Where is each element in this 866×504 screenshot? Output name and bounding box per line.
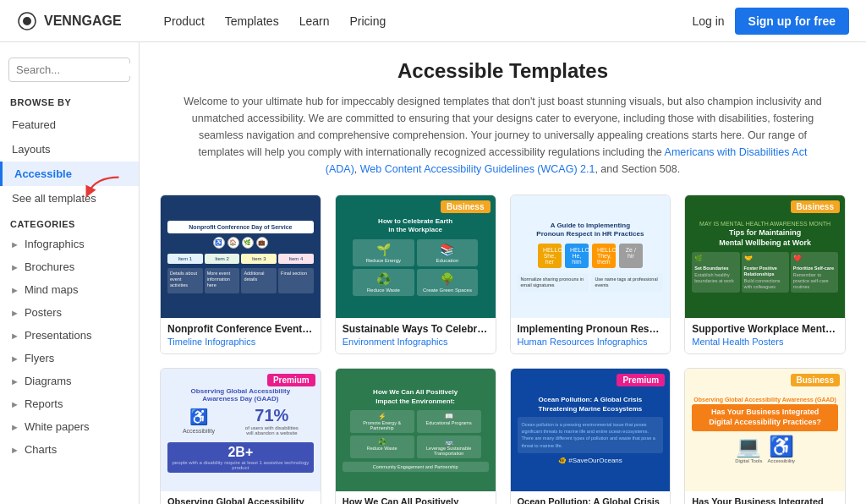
- nav-actions: Log in Sign up for free: [692, 8, 849, 35]
- chevron-right-icon: ►: [10, 445, 19, 455]
- chevron-right-icon: ►: [10, 353, 19, 364]
- chevron-right-icon: ►: [10, 239, 19, 249]
- cat-reports-label: Reports: [25, 397, 63, 410]
- logo[interactable]: VENNGAGE: [17, 11, 122, 31]
- cat-brochures[interactable]: ► Brochures: [0, 255, 139, 278]
- card-5-image: Premium Observing Global AccessibilityAw…: [161, 369, 321, 491]
- cat-posters[interactable]: ► Posters: [0, 301, 139, 324]
- sidebar-item-see-all[interactable]: See all templates: [0, 186, 139, 211]
- logo-icon: [17, 11, 37, 31]
- main-layout: 🔍 BROWSE BY Featured Layouts Accessible …: [0, 42, 866, 504]
- signup-button[interactable]: Sign up for free: [735, 8, 849, 35]
- cat-diagrams-label: Diagrams: [25, 375, 72, 387]
- sidebar-item-layouts[interactable]: Layouts: [0, 137, 139, 162]
- cat-diagrams[interactable]: ► Diagrams: [0, 370, 139, 392]
- cat-white-papers[interactable]: ► White papers: [0, 415, 139, 438]
- cat-reports[interactable]: ► Reports: [0, 392, 139, 415]
- main-content: Accessible Templates Welcome to your ult…: [140, 42, 866, 504]
- cat-white-papers-label: White papers: [25, 420, 90, 433]
- chevron-right-icon: ►: [10, 308, 19, 318]
- card-7-title: Ocean Pollution: A Global Crisis Threate…: [518, 496, 664, 504]
- sidebar-item-layouts-label: Layouts: [12, 143, 51, 156]
- chevron-right-icon: ►: [10, 422, 19, 432]
- template-card-2[interactable]: Business How to Celebrate Earthin the Wo…: [335, 194, 496, 354]
- sidebar-item-accessible-label: Accessible: [14, 167, 72, 180]
- login-button[interactable]: Log in: [692, 14, 724, 28]
- cat-mind-maps[interactable]: ► Mind maps: [0, 278, 139, 301]
- template-card-4[interactable]: Business MAY IS MENTAL HEALTH AWARENESS …: [684, 194, 846, 354]
- nav-templates[interactable]: Templates: [225, 14, 279, 28]
- card-1-image: Nonprofit Conference Day of Service ♿ 🏠 …: [161, 195, 321, 318]
- card-8-badge: Business: [791, 374, 840, 386]
- chevron-right-icon: ►: [10, 331, 19, 341]
- categories-label: CATEGORIES: [0, 211, 139, 233]
- nav-pricing[interactable]: Pricing: [349, 14, 386, 28]
- cat-brochures-label: Brochures: [25, 260, 74, 273]
- search-input[interactable]: [16, 63, 140, 76]
- logo-text: VENNGAGE: [44, 14, 122, 29]
- card-6-info: How We Can All Positively Impact the Env…: [336, 491, 496, 504]
- card-2-subtitle: Environment Infographics: [343, 337, 489, 347]
- cat-flyers[interactable]: ► Flyers: [0, 347, 139, 370]
- wcag-link[interactable]: Web Content Accessibility Guidelines (WC…: [360, 163, 595, 175]
- template-card-3[interactable]: A Guide to ImplementingPronoun Respect i…: [510, 194, 671, 354]
- card-5-info: Observing Global Accessibility Awareness…: [161, 491, 321, 504]
- template-grid: Nonprofit Conference Day of Service ♿ 🏠 …: [160, 194, 846, 504]
- chevron-right-icon: ►: [10, 399, 19, 409]
- chevron-right-icon: ►: [10, 262, 19, 272]
- card-7-badge: Premium: [617, 374, 665, 386]
- sidebar-item-featured-label: Featured: [12, 118, 56, 131]
- card-4-info: Supportive Workplace Mental Health ... M…: [685, 318, 845, 353]
- template-card-8[interactable]: Business Observing Global Accessibility …: [684, 368, 846, 504]
- sidebar-item-featured[interactable]: Featured: [0, 112, 139, 137]
- card-8-info: Has Your Business Integrated Digital Acc…: [685, 491, 845, 504]
- card-4-subtitle: Mental Health Posters: [692, 337, 838, 347]
- card-8-image: Business Observing Global Accessibility …: [685, 369, 845, 491]
- chevron-right-icon: ►: [10, 376, 19, 386]
- card-3-image: A Guide to ImplementingPronoun Respect i…: [511, 195, 671, 318]
- card-8-title: Has Your Business Integrated Digital Acc…: [692, 496, 838, 504]
- card-3-title: Implementing Pronoun Respect In HR ...: [518, 323, 664, 335]
- template-card-5[interactable]: Premium Observing Global AccessibilityAw…: [160, 368, 321, 504]
- cat-presentations-label: Presentations: [25, 329, 92, 342]
- cat-posters-label: Posters: [25, 306, 62, 319]
- nav-learn[interactable]: Learn: [299, 14, 330, 28]
- card-3-info: Implementing Pronoun Respect In HR ... H…: [511, 318, 671, 353]
- browse-by-label: BROWSE BY: [0, 92, 139, 112]
- page-description: Welcome to your ultimate hub for impecca…: [182, 93, 825, 178]
- card-4-image: Business MAY IS MENTAL HEALTH AWARENESS …: [685, 195, 845, 318]
- cat-charts[interactable]: ► Charts: [0, 438, 139, 461]
- cat-presentations[interactable]: ► Presentations: [0, 324, 139, 347]
- card-5-badge: Premium: [267, 374, 315, 386]
- card-1-subtitle: Timeline Infographics: [167, 337, 314, 347]
- page-title: Accessible Templates: [160, 59, 846, 83]
- sidebar-item-see-all-label: See all templates: [12, 192, 96, 205]
- sidebar: 🔍 BROWSE BY Featured Layouts Accessible …: [0, 42, 140, 504]
- svg-point-1: [23, 17, 31, 25]
- nav-links: Product Templates Learn Pricing: [164, 14, 667, 28]
- card-4-title: Supportive Workplace Mental Health ...: [692, 323, 838, 335]
- card-1-title: Nonprofit Conference Events Timeline: [167, 323, 314, 335]
- search-box[interactable]: 🔍: [8, 58, 130, 82]
- cat-flyers-label: Flyers: [25, 352, 54, 364]
- nav-product[interactable]: Product: [164, 14, 205, 28]
- template-card-6[interactable]: How We Can All PositivelyImpact the Envi…: [335, 368, 496, 504]
- card-3-subtitle: Human Resources Infographics: [518, 337, 664, 347]
- card-7-info: Ocean Pollution: A Global Crisis Threate…: [511, 491, 671, 504]
- card-2-image: Business How to Celebrate Earthin the Wo…: [336, 195, 496, 318]
- card-4-badge: Business: [791, 200, 840, 213]
- sidebar-item-accessible[interactable]: Accessible: [0, 162, 139, 186]
- card-6-image: How We Can All PositivelyImpact the Envi…: [336, 369, 496, 491]
- card-7-image: Premium Ocean Pollution: A Global Crisis…: [511, 369, 671, 491]
- cat-infographics-label: Infographics: [25, 238, 85, 250]
- top-navigation: VENNGAGE Product Templates Learn Pricing…: [0, 0, 866, 42]
- cat-mind-maps-label: Mind maps: [25, 283, 79, 296]
- chevron-right-icon: ►: [10, 285, 19, 295]
- card-2-title: Sustainable Ways To Celebrate Earth ...: [343, 323, 489, 335]
- card-6-title: How We Can All Positively Impact the Env…: [343, 496, 489, 504]
- card-5-title: Observing Global Accessibility Awareness…: [167, 496, 314, 504]
- card-2-info: Sustainable Ways To Celebrate Earth ... …: [336, 318, 496, 353]
- cat-infographics[interactable]: ► Infographics: [0, 233, 139, 255]
- template-card-1[interactable]: Nonprofit Conference Day of Service ♿ 🏠 …: [160, 194, 321, 354]
- template-card-7[interactable]: Premium Ocean Pollution: A Global Crisis…: [510, 368, 671, 504]
